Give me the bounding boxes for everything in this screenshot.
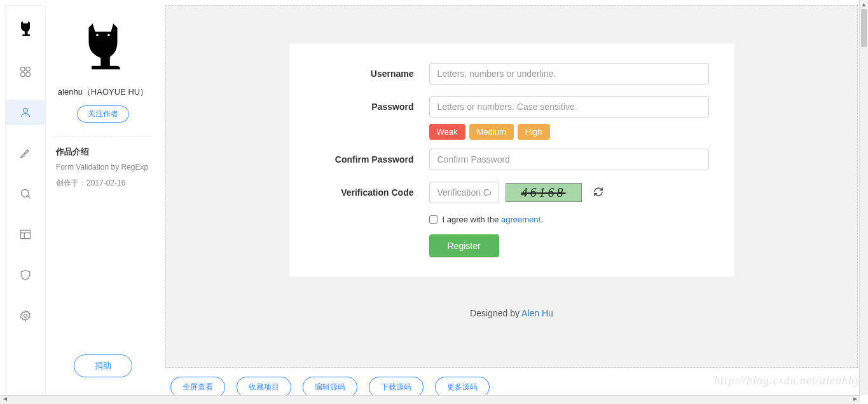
captcha-text: 46168 bbox=[521, 185, 566, 200]
preview-panel: Username Password Weak Medium High Confi… bbox=[165, 5, 858, 368]
svg-rect-6 bbox=[21, 230, 31, 238]
designed-by: Designed by Alen Hu bbox=[166, 308, 857, 318]
refresh-captcha-icon[interactable] bbox=[593, 187, 603, 199]
apps-icon[interactable] bbox=[6, 59, 45, 84]
registration-form: Username Password Weak Medium High Confi… bbox=[289, 44, 734, 276]
logo-icon[interactable] bbox=[6, 13, 45, 44]
settings-icon[interactable] bbox=[6, 303, 45, 328]
svg-point-8 bbox=[96, 34, 99, 36]
captcha-image[interactable]: 46168 bbox=[506, 183, 582, 202]
svg-point-3 bbox=[26, 72, 31, 77]
svg-point-4 bbox=[24, 108, 28, 112]
svg-point-1 bbox=[26, 67, 31, 72]
watermark-text: http://blog.csdn.net/alenhhy bbox=[714, 374, 860, 387]
icon-rail bbox=[5, 5, 46, 399]
verification-code-label: Verification Code bbox=[308, 187, 429, 198]
confirm-password-label: Confirm Password bbox=[308, 154, 429, 165]
sidebar: alenhu（HAOYUE HU） 关注作者 作品介绍 Form Validat… bbox=[46, 0, 160, 404]
verification-code-input[interactable] bbox=[429, 182, 499, 203]
author-name: alenhu（HAOYUE HU） bbox=[58, 86, 148, 98]
svg-point-9 bbox=[107, 34, 110, 36]
pencil-icon[interactable] bbox=[6, 140, 45, 166]
designer-link[interactable]: Alen Hu bbox=[521, 308, 553, 318]
user-icon[interactable] bbox=[6, 100, 45, 125]
intro-description: Form Validation by RegExp bbox=[53, 163, 148, 172]
divider bbox=[53, 137, 153, 137]
agreement-text: I agree with the bbox=[443, 215, 502, 224]
svg-point-5 bbox=[21, 189, 29, 197]
agreement-checkbox[interactable] bbox=[429, 215, 437, 224]
svg-point-7 bbox=[24, 314, 27, 318]
vertical-scrollbar[interactable] bbox=[859, 0, 868, 395]
password-input[interactable] bbox=[429, 96, 709, 118]
svg-point-0 bbox=[21, 67, 25, 72]
intro-title: 作品介绍 bbox=[53, 146, 89, 158]
strength-high-badge: High bbox=[518, 124, 550, 140]
register-button[interactable]: Register bbox=[429, 234, 499, 257]
strength-weak-badge: Weak bbox=[429, 124, 465, 140]
created-date: 创作于：2017-02-16 bbox=[53, 178, 125, 189]
shield-icon[interactable] bbox=[6, 262, 45, 288]
confirm-password-input[interactable] bbox=[429, 149, 709, 170]
author-avatar bbox=[74, 19, 132, 76]
horizontal-scrollbar[interactable] bbox=[0, 395, 860, 404]
username-label: Username bbox=[308, 69, 429, 79]
username-input[interactable] bbox=[429, 63, 709, 84]
agreement-row: I agree with the agreement. bbox=[429, 215, 709, 224]
password-strength: Weak Medium High bbox=[429, 124, 709, 140]
donate-button[interactable]: 捐助 bbox=[74, 354, 132, 377]
strength-medium-badge: Medium bbox=[469, 124, 514, 140]
follow-author-button[interactable]: 关注作者 bbox=[77, 105, 129, 123]
password-label: Password bbox=[308, 102, 429, 112]
layout-icon[interactable] bbox=[6, 222, 45, 247]
agreement-link[interactable]: agreement. bbox=[501, 215, 543, 224]
svg-point-2 bbox=[21, 72, 25, 77]
main-area: Username Password Weak Medium High Confi… bbox=[160, 0, 868, 404]
search-icon[interactable] bbox=[6, 181, 45, 206]
